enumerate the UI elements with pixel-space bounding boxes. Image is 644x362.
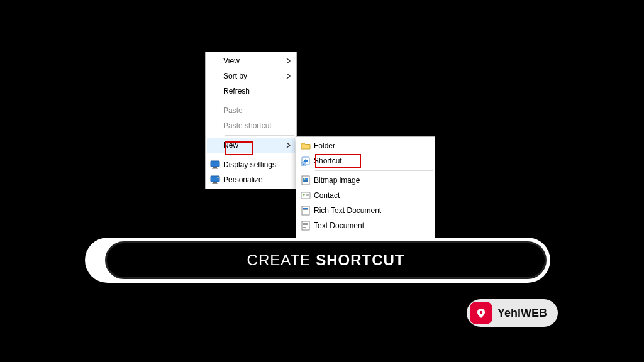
menu-item-label: Shortcut: [314, 153, 433, 168]
blank-icon: [207, 118, 223, 133]
menu-item-label: Paste shortcut: [223, 118, 295, 133]
desktop-context-menu: View Sort by Refresh Paste Paste shortcu…: [205, 52, 297, 189]
menu-item-label: Refresh: [223, 84, 295, 99]
svg-rect-4: [213, 182, 217, 184]
svg-rect-5: [212, 184, 218, 184]
blank-icon: [207, 84, 223, 99]
brand-part2: WEB: [521, 307, 547, 319]
brand-part1: Yehi: [497, 307, 521, 319]
caption-text: CREATE SHORTCUT: [105, 241, 547, 279]
submenu-item-contact[interactable]: Contact: [297, 188, 433, 203]
submenu-item-shortcut[interactable]: Shortcut: [297, 153, 433, 168]
svg-rect-14: [306, 195, 309, 196]
menu-item-label: Contact: [314, 188, 433, 203]
submenu-item-bitmap[interactable]: Bitmap image: [297, 173, 433, 188]
yehiweb-logo-icon: [470, 302, 492, 324]
paint-icon: [207, 172, 223, 187]
svg-rect-17: [303, 209, 308, 210]
yehiweb-badge: YehiWEB: [467, 299, 558, 327]
menu-separator: [225, 101, 294, 101]
svg-rect-13: [306, 194, 309, 195]
menu-item-refresh[interactable]: Refresh: [207, 84, 295, 99]
menu-item-label: Paste: [223, 103, 295, 118]
menu-item-label: Personalize: [223, 172, 295, 187]
menu-item-label: Folder: [314, 138, 433, 153]
menu-item-paste-shortcut: Paste shortcut: [207, 118, 295, 133]
blank-icon: [207, 103, 223, 118]
svg-rect-0: [211, 161, 219, 167]
submenu-item-folder[interactable]: Folder: [297, 138, 433, 153]
svg-point-12: [303, 194, 305, 196]
folder-icon: [297, 138, 314, 153]
yehiweb-brand: YehiWEB: [497, 307, 547, 320]
blank-icon: [207, 138, 223, 153]
svg-rect-1: [213, 167, 217, 168]
menu-item-paste: Paste: [207, 103, 295, 118]
svg-point-10: [304, 178, 305, 180]
svg-rect-24: [303, 227, 306, 228]
rtf-icon: [297, 203, 314, 218]
menu-separator: [225, 155, 294, 155]
svg-rect-2: [212, 168, 218, 169]
caption-part1: CREATE: [247, 251, 311, 269]
txt-icon: [297, 218, 314, 233]
bitmap-icon: [297, 173, 314, 188]
menu-item-sort-by[interactable]: Sort by: [207, 69, 295, 84]
blank-icon: [207, 69, 223, 84]
menu-separator: [315, 170, 433, 171]
monitor-icon: [207, 157, 223, 172]
new-submenu: Folder Shortcut Bitmap image: [296, 136, 435, 250]
shortcut-icon: [297, 153, 314, 168]
menu-item-label: View: [223, 53, 295, 69]
submenu-item-rtf[interactable]: Rich Text Document: [297, 203, 433, 218]
svg-rect-22: [303, 224, 308, 225]
contact-icon: [297, 188, 314, 203]
submenu-item-txt[interactable]: Text Document: [297, 218, 433, 233]
blank-icon: [207, 53, 223, 69]
menu-item-display-settings[interactable]: Display settings: [207, 157, 295, 172]
svg-rect-18: [303, 211, 308, 211]
menu-separator: [225, 135, 294, 136]
svg-rect-21: [303, 223, 308, 224]
svg-rect-19: [303, 212, 307, 212]
menu-item-label: Sort by: [223, 69, 295, 84]
caption-part2: SHORTCUT: [316, 251, 404, 269]
chevron-right-icon: [286, 138, 291, 153]
menu-item-label: Bitmap image: [314, 173, 433, 188]
svg-rect-16: [303, 208, 308, 209]
menu-item-label: Display settings: [223, 157, 295, 172]
caption-pill: CREATE SHORTCUT: [85, 238, 550, 283]
chevron-right-icon: [286, 53, 291, 69]
svg-rect-23: [303, 226, 308, 226]
menu-item-label: New: [223, 138, 295, 153]
menu-item-label: Text Document: [314, 218, 433, 233]
menu-item-new[interactable]: New: [207, 138, 295, 153]
svg-point-29: [480, 311, 482, 314]
menu-item-label: Rich Text Document: [314, 203, 433, 218]
menu-item-view[interactable]: View: [207, 53, 295, 69]
chevron-right-icon: [286, 69, 291, 84]
menu-item-personalize[interactable]: Personalize: [207, 172, 295, 187]
